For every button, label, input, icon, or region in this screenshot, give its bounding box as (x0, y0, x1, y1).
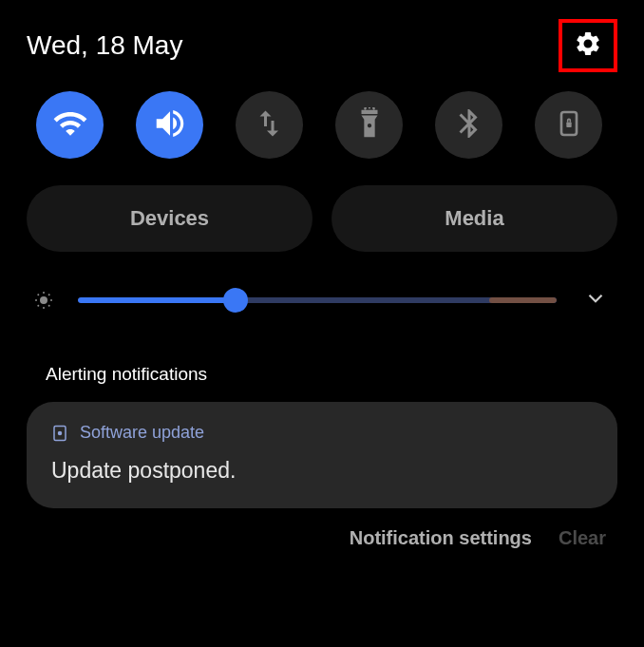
notification-settings-button[interactable]: Notification settings (350, 527, 532, 549)
brightness-slider[interactable] (78, 291, 557, 310)
chevron-down-icon (583, 297, 608, 314)
svg-rect-1 (368, 107, 369, 108)
sound-toggle[interactable] (136, 91, 203, 159)
svg-rect-2 (372, 107, 374, 110)
alerting-header: Alerting notifications (27, 364, 617, 385)
brightness-row (27, 282, 617, 318)
header-bar: Wed, 18 May (27, 19, 617, 72)
clear-button[interactable]: Clear (559, 527, 606, 549)
notification-header: Software update (51, 423, 593, 443)
wifi-icon (52, 105, 88, 145)
svg-point-13 (48, 305, 50, 307)
rotation-lock-icon (554, 108, 584, 143)
expand-button[interactable] (579, 282, 612, 318)
quick-settings-row (27, 91, 617, 159)
svg-point-9 (50, 299, 52, 301)
flashlight-toggle[interactable] (335, 91, 403, 159)
data-arrows-icon (253, 106, 287, 144)
brightness-icon (32, 289, 55, 312)
svg-rect-0 (364, 107, 366, 110)
svg-point-12 (37, 305, 39, 307)
bluetooth-icon (452, 106, 486, 144)
svg-point-6 (43, 292, 45, 294)
svg-point-10 (37, 294, 39, 295)
svg-point-7 (43, 307, 45, 309)
notification-app-name: Software update (80, 423, 204, 443)
pill-row: Devices Media (27, 185, 617, 252)
svg-point-11 (48, 294, 50, 295)
notification-body: Update postponed. (51, 458, 593, 484)
media-button[interactable]: Media (331, 185, 617, 252)
svg-point-8 (35, 299, 37, 301)
footer-row: Notification settings Clear (27, 527, 617, 549)
svg-point-15 (58, 430, 63, 435)
gear-icon (574, 29, 602, 62)
devices-button[interactable]: Devices (27, 185, 313, 252)
mobile-data-toggle[interactable] (236, 91, 303, 159)
rotation-lock-toggle[interactable] (535, 91, 602, 159)
svg-rect-4 (566, 122, 571, 126)
svg-point-5 (40, 296, 47, 304)
bluetooth-toggle[interactable] (435, 91, 502, 159)
date-text: Wed, 18 May (27, 30, 182, 61)
wifi-toggle[interactable] (36, 91, 104, 159)
software-update-icon (51, 425, 68, 442)
notification-card[interactable]: Software update Update postponed. (27, 402, 617, 508)
volume-icon (152, 105, 188, 145)
flashlight-icon (353, 107, 386, 143)
settings-button[interactable] (559, 19, 617, 72)
